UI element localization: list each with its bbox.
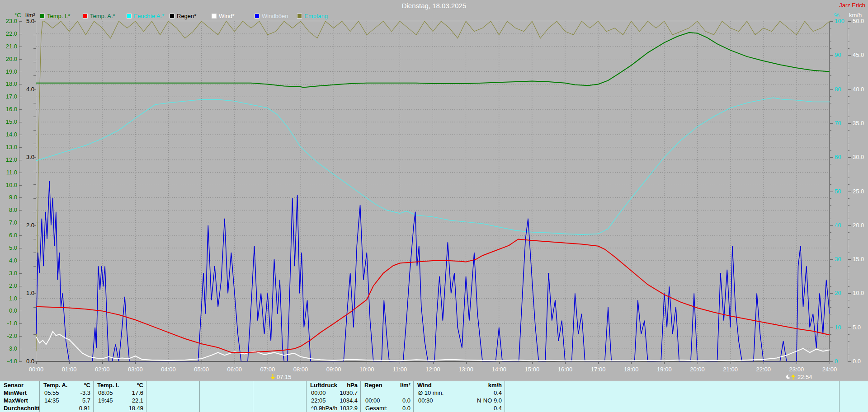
tick-mark: [830, 35, 831, 35]
x-tick-label: 09:00: [323, 366, 344, 373]
table-cell-value: 0.4: [494, 405, 502, 412]
tick-mark: [830, 21, 833, 22]
plot-area: [36, 21, 830, 361]
tick-label: 0.0: [18, 358, 34, 365]
sunrise-marker: 07:15: [270, 374, 292, 380]
tick-mark: [830, 219, 831, 219]
tick-mark: [19, 273, 22, 274]
tick-mark: [848, 130, 849, 131]
legend-item-wind-[interactable]: Wind*: [212, 13, 235, 19]
legend-item-regen-[interactable]: Regen*: [170, 13, 196, 19]
sunrise-time: 07:15: [277, 374, 292, 380]
tick-mark: [848, 341, 849, 342]
table-cell: Windkm/h: [414, 381, 505, 389]
tick-mark: [848, 55, 851, 56]
tick-label: 20.0: [853, 222, 867, 229]
legend-item-temp-i-[interactable]: Temp. I.*: [40, 13, 70, 19]
table-cell: [253, 397, 307, 404]
table-cell-empty: [505, 397, 840, 404]
legend-item-temp-a-[interactable]: Temp. A.*: [83, 13, 115, 19]
tick-mark: [19, 261, 22, 261]
tick-mark: [19, 286, 22, 286]
x-tick-mark: [731, 362, 731, 364]
x-tick-mark: [202, 362, 202, 364]
x-tick-label: 19:00: [653, 366, 675, 373]
table-col-title: Temp. I.: [97, 382, 119, 389]
tick-mark: [19, 34, 22, 34]
tick-mark: [848, 273, 849, 273]
legend-swatch: [127, 14, 132, 19]
tick-mark: [830, 273, 831, 273]
tick-mark: [19, 59, 22, 60]
tick-mark: [848, 164, 849, 164]
tick-mark: [830, 123, 833, 124]
x-tick-mark: [598, 362, 599, 364]
tick-label: 8.0: [0, 207, 17, 213]
tick-mark: [830, 232, 831, 233]
tick-label: 100: [835, 18, 846, 24]
tick-label: 70: [835, 120, 846, 126]
x-tick-mark: [102, 362, 103, 364]
legend-swatch: [212, 14, 217, 19]
legend-item-feuchte-a-[interactable]: Feuchte A.*: [127, 13, 164, 19]
legend-label: Empfang: [304, 13, 328, 19]
tick-label: -1.0: [0, 320, 17, 327]
table-row-label: Durchschnitt: [0, 404, 40, 412]
table-cell: 00:000.0: [361, 397, 414, 404]
table-cell: Temp. I.°C: [94, 381, 146, 389]
tick-label: 7.0: [0, 220, 17, 226]
tick-mark: [33, 157, 36, 158]
table-cell: 0.91: [40, 404, 94, 412]
tick-mark: [848, 89, 851, 90]
tick-mark: [33, 280, 36, 280]
table-cell: LuftdruckhPa: [307, 381, 361, 389]
tick-mark: [848, 355, 849, 355]
tick-mark: [19, 323, 22, 324]
tick-mark: [830, 212, 831, 212]
tick-mark: [33, 89, 36, 90]
tick-mark: [848, 150, 849, 151]
x-tick-mark: [334, 362, 334, 364]
moonrise-time: 22:54: [797, 374, 812, 380]
legend-item-windb-en[interactable]: Windböen: [255, 13, 288, 19]
table-cell: [146, 397, 200, 404]
tick-mark: [848, 178, 849, 178]
table-cell: 19:4522.1: [94, 397, 146, 404]
table-cell-value: -3.3: [80, 389, 90, 396]
tick-mark: [830, 55, 833, 56]
tick-mark: [33, 266, 36, 267]
tick-mark: [830, 144, 831, 144]
tick-mark: [830, 96, 831, 97]
table-cell-value: 0.0: [402, 405, 410, 412]
tick-mark: [830, 83, 831, 83]
x-tick-mark: [235, 362, 235, 364]
tick-mark: [848, 35, 849, 35]
tick-mark: [19, 84, 22, 84]
x-tick-label: 04:00: [158, 366, 179, 373]
tick-label: 22.0: [0, 31, 17, 37]
tick-mark: [19, 97, 22, 97]
tick-label: 5.0: [18, 18, 34, 24]
tick-mark: [848, 21, 851, 22]
tick-label: 30.0: [853, 154, 867, 160]
tick-mark: [848, 212, 849, 212]
x-tick-label: 17:00: [587, 366, 609, 373]
table-cell-empty: [840, 397, 868, 404]
x-tick-mark: [367, 362, 367, 364]
table-cell-time: ^0.9hPa/h: [311, 405, 337, 412]
table-cell-empty: [840, 381, 868, 389]
tick-mark: [830, 239, 831, 239]
tick-label: 1.0: [18, 290, 34, 296]
tick-mark: [830, 293, 833, 294]
x-tick-mark: [268, 362, 268, 364]
tick-mark: [848, 42, 849, 42]
x-tick-label: 11:00: [389, 366, 410, 373]
x-tick-mark: [135, 362, 136, 364]
table-cell: [200, 397, 253, 404]
table-cell-value: 0.0: [402, 397, 410, 404]
tick-mark: [33, 35, 36, 35]
tick-label: 5.0: [0, 245, 17, 251]
tick-mark: [33, 62, 36, 62]
legend-item-empfang[interactable]: Empfang: [297, 13, 328, 19]
tick-mark: [848, 137, 849, 137]
